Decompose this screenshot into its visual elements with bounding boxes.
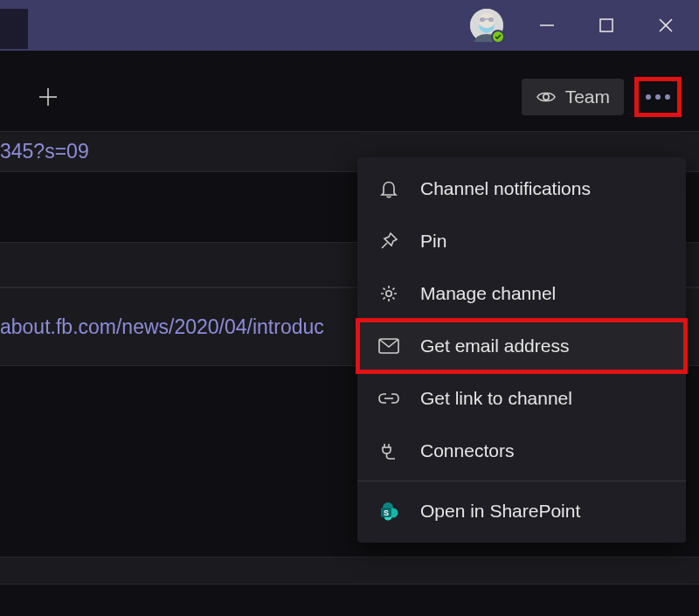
menu-label: Get email address bbox=[420, 336, 569, 356]
svg-point-11 bbox=[543, 94, 548, 100]
menu-label: Pin bbox=[420, 231, 446, 252]
svg-line-12 bbox=[382, 243, 387, 248]
window-maximize-button[interactable] bbox=[580, 1, 633, 50]
menu-label: Connectors bbox=[420, 440, 514, 461]
meet-team-button[interactable]: Team bbox=[522, 79, 624, 115]
message-row bbox=[0, 557, 699, 585]
tab-stub bbox=[0, 9, 28, 49]
menu-separator bbox=[357, 481, 686, 481]
menu-item-get-link-to-channel[interactable]: Get link to channel bbox=[357, 372, 686, 425]
bell-icon bbox=[377, 176, 401, 201]
svg-rect-2 bbox=[480, 17, 485, 22]
channel-more-options-button[interactable] bbox=[634, 77, 682, 117]
svg-point-13 bbox=[386, 291, 391, 296]
menu-label: Channel notifications bbox=[420, 178, 591, 199]
channel-toolbar: Team bbox=[0, 68, 699, 126]
window-minimize-button[interactable] bbox=[521, 1, 573, 50]
menu-item-channel-notifications[interactable]: Channel notifications bbox=[357, 163, 686, 215]
svg-rect-6 bbox=[600, 19, 612, 31]
add-tab-button[interactable] bbox=[31, 80, 65, 114]
gear-icon bbox=[377, 281, 401, 306]
pin-icon bbox=[377, 229, 401, 253]
menu-item-connectors[interactable]: Connectors bbox=[357, 425, 686, 477]
link-text: 345?s=09 bbox=[0, 140, 89, 163]
mail-icon bbox=[377, 334, 401, 358]
menu-item-pin[interactable]: Pin bbox=[357, 215, 686, 267]
menu-label: Get link to channel bbox=[420, 388, 572, 409]
presence-available-icon bbox=[491, 30, 505, 44]
window-titlebar bbox=[0, 0, 699, 51]
svg-text:S: S bbox=[384, 509, 389, 517]
window-close-button[interactable] bbox=[640, 1, 692, 50]
channel-options-menu: Channel notifications Pin Manage channel bbox=[357, 157, 686, 543]
link-icon bbox=[377, 386, 401, 411]
menu-item-get-email-address[interactable]: Get email address bbox=[357, 320, 686, 372]
sharepoint-icon: S bbox=[377, 499, 401, 523]
menu-label: Manage channel bbox=[420, 283, 556, 304]
menu-item-open-in-sharepoint[interactable]: S Open in SharePoint bbox=[357, 485, 686, 537]
team-button-label: Team bbox=[565, 87, 610, 107]
avatar[interactable] bbox=[470, 9, 503, 42]
menu-item-manage-channel[interactable]: Manage channel bbox=[357, 267, 686, 320]
svg-rect-3 bbox=[488, 17, 494, 22]
more-icon bbox=[646, 94, 670, 100]
link-text: about.fb.com/news/2020/04/introduc bbox=[0, 315, 324, 339]
connectors-icon bbox=[377, 439, 401, 463]
menu-label: Open in SharePoint bbox=[420, 501, 580, 522]
eye-icon bbox=[536, 87, 557, 107]
